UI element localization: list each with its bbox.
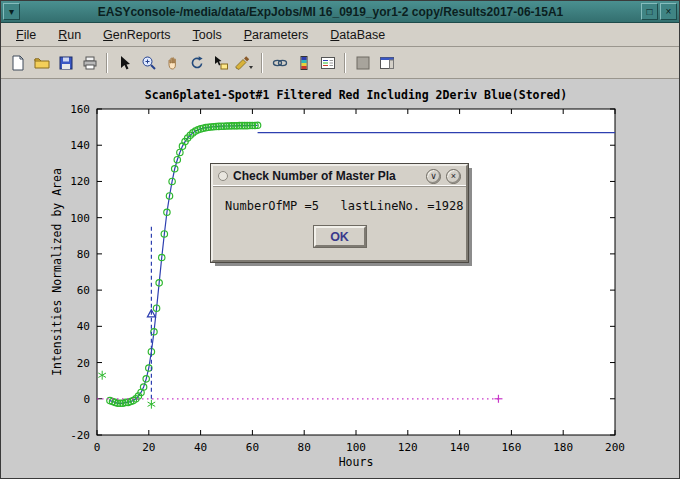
- toolbar-separator: [261, 53, 263, 73]
- x-tick-label: 160: [501, 441, 521, 454]
- menu-item-database[interactable]: DataBase: [321, 25, 394, 45]
- plot-title: Scan6plate1-Spot#1 Filtered Red Includin…: [145, 88, 567, 102]
- y-tick-label: 80: [77, 248, 90, 261]
- menu-item-file[interactable]: File: [7, 25, 45, 45]
- data-cursor-icon: [213, 55, 229, 71]
- x-tick-label: 200: [605, 441, 625, 454]
- menu-item-run[interactable]: Run: [49, 25, 90, 45]
- chevron-down-icon: ∨: [430, 172, 437, 181]
- pan-hand-button[interactable]: [161, 51, 184, 74]
- x-tick-label: 120: [398, 441, 418, 454]
- x-tick-label: 140: [450, 441, 470, 454]
- dialog-title: Check Number of Master Pla: [233, 169, 421, 183]
- app-window: ▾ EASYconsole-/media/data/ExpJobs/MI 16_…: [0, 0, 680, 479]
- rotate-3d-button[interactable]: [185, 51, 208, 74]
- print-figure-button[interactable]: [78, 51, 101, 74]
- window-titlebar[interactable]: ▾ EASYconsole-/media/data/ExpJobs/MI 16_…: [1, 1, 679, 23]
- toolbar-separator: [344, 53, 346, 73]
- x-tick-label: 60: [246, 441, 259, 454]
- open-file-button[interactable]: [30, 51, 53, 74]
- dialog-body: NumberOfMP =5 lastLineNo. =1928 OK: [213, 187, 466, 260]
- x-tick-label: 180: [553, 441, 573, 454]
- y-tick-label: -20: [70, 429, 90, 442]
- cursor-arrow-icon: [117, 55, 133, 71]
- magnifier-plus-icon: [141, 55, 157, 71]
- dialog-titlebar[interactable]: Check Number of Master Pla ∨ ×: [213, 166, 466, 187]
- toolbar: [1, 47, 679, 79]
- y-tick-label: 120: [70, 175, 90, 188]
- printer-icon: [82, 55, 98, 71]
- hand-icon: [165, 55, 181, 71]
- x-tick-label: 100: [346, 441, 366, 454]
- colorbar-icon: [296, 55, 312, 71]
- dialog-collapse-button[interactable]: ∨: [426, 169, 441, 184]
- x-tick-label: 80: [298, 441, 311, 454]
- dialog-close-button[interactable]: ×: [446, 169, 461, 184]
- edit-arrow-button[interactable]: [113, 51, 136, 74]
- close-icon: ×: [451, 172, 456, 181]
- window-maximize-button[interactable]: □: [641, 3, 658, 20]
- dialog: Check Number of Master Pla ∨ × NumberOfM…: [211, 164, 468, 262]
- new-figure-button[interactable]: [6, 51, 29, 74]
- window-menu-icon: ▾: [9, 7, 14, 17]
- save-figure-button[interactable]: [54, 51, 77, 74]
- window-menu-button[interactable]: ▾: [3, 3, 20, 20]
- rotate-arrow-icon: [189, 55, 205, 71]
- dialog-message: NumberOfMP =5 lastLineNo. =1928: [225, 199, 454, 213]
- save-floppy-icon: [58, 55, 74, 71]
- window-close-button[interactable]: ×: [660, 3, 677, 20]
- insert-legend-button[interactable]: [316, 51, 339, 74]
- dialog-icon: [218, 171, 228, 181]
- menu-bar: FileRunGenReportsToolsParametersDataBase: [1, 23, 679, 47]
- hide-plot-tools-button[interactable]: [351, 51, 374, 74]
- new-document-icon: [10, 55, 26, 71]
- y-tick-label: 100: [70, 212, 90, 225]
- data-cursor-button[interactable]: [209, 51, 232, 74]
- figure-area: 020406080100120140160180200-200204060801…: [1, 79, 679, 478]
- y-tick-label: 160: [70, 103, 90, 116]
- zoom-in-button[interactable]: [137, 51, 160, 74]
- link-plot-button[interactable]: [268, 51, 291, 74]
- brush-data-button[interactable]: [233, 51, 256, 74]
- chain-link-icon: [272, 55, 288, 71]
- menu-item-genreports[interactable]: GenReports: [94, 25, 179, 45]
- legend-icon: [320, 55, 336, 71]
- brush-icon: [235, 55, 254, 71]
- y-tick-label: 20: [77, 357, 90, 370]
- x-axis-label: Hours: [339, 455, 374, 469]
- insert-colorbar-button[interactable]: [292, 51, 315, 74]
- hide-plot-tools-icon: [355, 55, 371, 71]
- y-axis-label: Intensities Normalized by Area: [50, 168, 64, 376]
- window-title: EASYconsole-/media/data/ExpJobs/MI 16_09…: [22, 5, 639, 19]
- show-plot-tools-icon: [379, 55, 395, 71]
- y-tick-label: 60: [77, 284, 90, 297]
- plot-canvas[interactable]: 020406080100120140160180200-200204060801…: [1, 79, 680, 479]
- x-tick-label: 0: [94, 441, 101, 454]
- y-tick-label: 0: [83, 393, 90, 406]
- dialog-ok-button[interactable]: OK: [314, 226, 366, 247]
- toolbar-separator: [106, 53, 108, 73]
- maximize-icon: □: [646, 7, 652, 17]
- x-tick-label: 40: [194, 441, 207, 454]
- y-tick-label: 140: [70, 139, 90, 152]
- y-tick-label: 40: [77, 320, 90, 333]
- menu-item-parameters[interactable]: Parameters: [235, 25, 318, 45]
- x-tick-label: 20: [142, 441, 155, 454]
- menu-item-tools[interactable]: Tools: [184, 25, 231, 45]
- close-icon: ×: [666, 7, 672, 17]
- open-folder-icon: [34, 55, 50, 71]
- show-plot-tools-button[interactable]: [375, 51, 398, 74]
